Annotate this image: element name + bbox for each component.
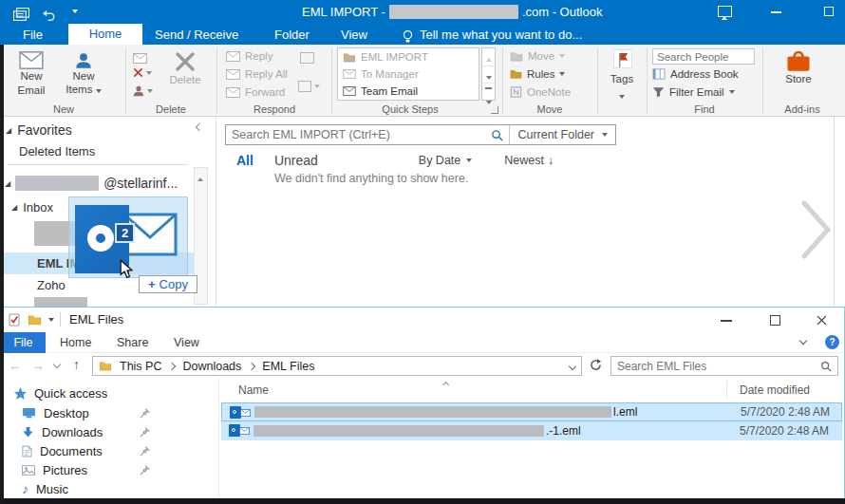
tab-folder[interactable]: Folder [274, 28, 310, 42]
breadcrumb-downloads[interactable]: Downloads [182, 360, 241, 373]
onenote-button[interactable]: OneNote [510, 86, 571, 98]
reply-all-button[interactable]: Reply All [226, 68, 288, 80]
clean-up-button[interactable] [133, 67, 152, 78]
nav-documents[interactable]: Documents [1, 441, 218, 460]
back-icon[interactable]: ← [9, 358, 22, 373]
new-email-button[interactable]: New Email [8, 47, 55, 103]
address-book-button[interactable]: Address Book [652, 68, 739, 80]
nav-pictures[interactable]: Pictures [1, 460, 218, 479]
qat-properties-icon[interactable] [9, 313, 20, 327]
tell-me-bulb-icon [403, 28, 413, 45]
refresh-icon[interactable] [590, 359, 602, 371]
recent-locations-icon[interactable] [53, 361, 61, 368]
quick-steps-more[interactable] [482, 83, 495, 100]
nav-downloads[interactable]: Downloads [1, 422, 218, 441]
outlook-body: ◢ Favorites Deleted Items ◢ @stellarinf.… [0, 117, 845, 307]
folder-inbox[interactable]: ◢ Inbox [11, 200, 53, 215]
quick-steps-scroll-down[interactable] [482, 65, 495, 83]
breadcrumb[interactable]: This PC Downloads EML Files [92, 356, 582, 376]
explorer-search-box [610, 356, 838, 376]
menu-share[interactable]: Share [117, 336, 148, 349]
ignore-icon[interactable] [133, 49, 147, 66]
delete-button[interactable]: Delete [160, 47, 211, 103]
favorites-header[interactable]: ◢ Favorites [6, 122, 72, 138]
ribbon-display-options-icon[interactable] [718, 6, 732, 17]
tags-button[interactable]: Tags [601, 47, 643, 106]
quick-step-team-email[interactable]: Team Email [338, 83, 479, 100]
qat-customize-icon[interactable] [72, 9, 78, 13]
maximize-button[interactable] [824, 7, 834, 16]
folder-deleted-items[interactable]: Deleted Items [19, 144, 95, 159]
filter-email-button[interactable]: Filter Email [652, 86, 735, 98]
nav-music[interactable]: ♪ Music [1, 479, 218, 498]
expand-triangle-icon[interactable]: ◢ [5, 179, 10, 188]
tab-home[interactable]: Home [68, 24, 142, 45]
help-icon[interactable]: ? [825, 335, 839, 349]
maximize-button[interactable] [770, 315, 780, 326]
close-button[interactable] [816, 314, 828, 327]
forward-icon[interactable]: → [31, 358, 45, 373]
column-header-name[interactable]: Name [238, 383, 269, 397]
store-button[interactable]: Store [772, 47, 825, 103]
up-icon[interactable]: ↑ [73, 357, 80, 372]
search-scope-dropdown[interactable]: Current Folder [510, 128, 615, 141]
quick-step-to-manager[interactable]: To Manager [338, 65, 479, 83]
explorer-search-input[interactable] [617, 360, 820, 373]
breadcrumb-separator-icon[interactable] [248, 362, 255, 369]
explorer-addressbar: ← → ↑ This PC Downloads EML Files [1, 353, 844, 378]
menu-file[interactable]: File [1, 332, 46, 353]
filter-all[interactable]: All [236, 153, 254, 168]
tab-file[interactable]: File [23, 28, 43, 42]
menu-home[interactable]: Home [60, 336, 91, 349]
junk-button[interactable] [133, 85, 153, 97]
rules-icon [510, 68, 522, 80]
new-items-button[interactable]: New Items [59, 47, 108, 103]
minimize-folder-pane-icon[interactable] [196, 123, 203, 131]
minimize-button[interactable] [721, 320, 732, 322]
tell-me-box[interactable]: Tell me what you want to do... [420, 28, 582, 42]
file-row[interactable]: .-1.eml 5/7/2020 2:48 AM [221, 421, 842, 440]
column-header-date-modified[interactable]: Date modified [740, 383, 810, 397]
nav-quick-access[interactable]: Quick access [1, 383, 218, 403]
address-dropdown-icon[interactable] [569, 362, 576, 369]
quick-steps-dialog-launcher-icon[interactable] [491, 106, 498, 114]
expand-triangle-icon[interactable]: ◢ [11, 203, 17, 212]
sort-direction-toggle[interactable]: Newest↓ [504, 154, 554, 167]
ribbon-group-find: Address Book Filter Email Find [648, 45, 760, 117]
filter-unread[interactable]: Unread [274, 153, 318, 168]
qat-folder-icon[interactable] [28, 314, 42, 326]
move-button[interactable]: Move [510, 50, 565, 62]
nav-desktop[interactable]: Desktop [1, 403, 218, 422]
breadcrumb-separator-icon[interactable] [168, 362, 176, 369]
search-people-box[interactable] [652, 48, 755, 65]
send-receive-all-icon[interactable] [13, 5, 29, 22]
menu-view[interactable]: View [174, 336, 199, 349]
expand-triangle-icon[interactable]: ◢ [6, 126, 11, 135]
quick-steps-scroll-up[interactable] [482, 48, 495, 65]
folder-zoho[interactable]: Zoho [37, 278, 66, 292]
meeting-icon[interactable] [300, 52, 314, 64]
ribbon-group-new: New Email New Items New [4, 45, 123, 117]
tab-view[interactable]: View [341, 28, 367, 42]
quick-step-eml-import[interactable]: EML IMPORT [338, 48, 479, 65]
reply-button[interactable]: Reply [226, 50, 272, 62]
forward-button[interactable]: Forward [226, 86, 285, 98]
location-folder-icon [99, 361, 112, 371]
search-input[interactable] [226, 128, 491, 141]
sort-by-dropdown[interactable]: By Date [419, 154, 472, 167]
sort-ascending-icon[interactable] [442, 382, 449, 388]
minimize-button[interactable] [771, 11, 781, 13]
account-row[interactable]: ◢ @stellarinf... [5, 176, 178, 191]
undo-icon[interactable] [42, 6, 56, 23]
qat-customize-icon[interactable] [48, 318, 54, 322]
search-people-input[interactable] [657, 51, 750, 63]
rules-button[interactable]: Rules [510, 68, 565, 80]
more-respond-icon[interactable] [298, 81, 320, 92]
breadcrumb-eml-files[interactable]: EML Files [262, 360, 314, 373]
breadcrumb-this-pc[interactable]: This PC [120, 360, 161, 373]
tab-send-receive[interactable]: Send / Receive [155, 28, 238, 42]
scroll-up-icon[interactable] [197, 177, 203, 181]
expand-ribbon-icon[interactable] [799, 337, 807, 345]
file-row[interactable]: l.eml 5/7/2020 2:48 AM [221, 402, 842, 421]
next-chevron-icon[interactable] [801, 200, 832, 259]
